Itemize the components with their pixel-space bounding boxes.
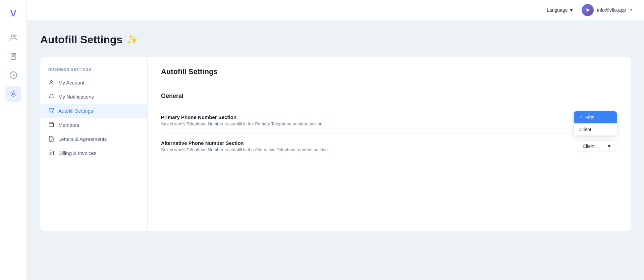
alternative-phone-row: Alternative Phone Number Section Select … [161,133,617,159]
settings-nav-billing[interactable]: Billing & Invoices [40,146,147,160]
settings-nav-my-notifications[interactable]: My Notifications [40,90,147,104]
svg-rect-20 [49,151,54,155]
my-notifications-label: My Notifications [58,94,94,100]
primary-phone-row: Primary Phone Number Section Select who'… [161,108,617,133]
settings-container: BUSINESS SETTINGS My Account My Notif [40,57,631,231]
members-label: Members [58,122,79,128]
alternative-phone-desc: Select who's Telephone Number to autofil… [161,147,328,152]
settings-sidebar: BUSINESS SETTINGS My Account My Notif [40,57,148,231]
billing-label: Billing & Invoices [58,150,96,156]
primary-phone-dropdown-open[interactable]: ✓ Firm Client [574,111,617,136]
settings-nav-members[interactable]: Members [40,118,147,132]
svg-rect-12 [52,108,54,110]
primary-phone-desc: Select who's Telephone Number to autofil… [161,121,322,126]
members-icon [48,122,54,128]
settings-section-label: BUSINESS SETTINGS [40,67,147,71]
dropdown-option-client[interactable]: Client [574,123,617,135]
sidebar-clipboard-btn[interactable] [5,48,21,64]
dropdown-option-firm[interactable]: ✓ Firm [574,111,617,123]
signin-icon [9,71,17,79]
user-email: info@vflo.app [597,7,626,13]
dropdown-firm-label: Firm [585,115,595,120]
play-icon [584,7,591,13]
svg-rect-14 [49,123,54,127]
language-selector[interactable]: Language ▼ [547,7,574,13]
my-account-label: My Account [58,80,85,86]
language-label: Language [547,7,568,13]
main-area: Language ▼ info@vflo.app ▼ Autofill Sett… [27,0,644,280]
alternative-phone-text: Alternative Phone Number Section Select … [161,140,328,152]
left-sidebar: V [0,0,27,280]
my-account-icon [48,79,54,86]
billing-icon [48,150,54,156]
page-content: Autofill Settings ✨ BUSINESS SETTINGS My… [27,20,644,280]
primary-phone-text: Primary Phone Number Section Select who'… [161,114,322,126]
settings-nav-letters[interactable]: Letters & Agreements [40,132,147,146]
clipboard-icon [9,52,17,60]
sidebar-people-btn[interactable] [5,30,21,46]
primary-phone-title: Primary Phone Number Section [161,114,322,120]
sidebar-signin-btn[interactable] [5,67,21,83]
alternative-phone-dropdown[interactable]: Client ▼ [577,141,617,152]
settings-nav-autofill[interactable]: Autofill Settings [40,104,147,118]
autofill-settings-label: Autofill Settings [58,108,93,114]
check-icon: ✓ [579,115,583,120]
people-icon [9,34,17,42]
letters-label: Letters & Agreements [58,136,107,142]
page-title-row: Autofill Settings ✨ [40,34,631,46]
alternative-phone-chevron-icon: ▼ [607,144,611,149]
user-menu[interactable]: info@vflo.app ▼ [582,4,633,16]
sparkle-icon: ✨ [126,34,138,45]
svg-point-1 [14,35,16,37]
svg-point-0 [11,35,13,37]
page-title: Autofill Settings [40,34,122,46]
dropdown-client-label: Client [579,127,591,132]
alternative-phone-title: Alternative Phone Number Section [161,140,328,146]
sidebar-autofill-btn[interactable] [5,86,21,102]
alternative-phone-value: Client [583,144,595,149]
app-logo[interactable]: V [5,5,21,21]
settings-nav-my-account[interactable]: My Account [40,75,147,90]
svg-point-8 [12,93,14,95]
top-header: Language ▼ info@vflo.app ▼ [27,0,644,20]
svg-rect-13 [49,111,51,113]
autofill-icon [9,90,17,98]
autofill-settings-icon [48,108,54,114]
letters-icon [48,136,54,142]
svg-point-10 [50,80,52,82]
user-menu-chevron-icon: ▼ [629,8,633,12]
language-chevron-icon: ▼ [569,7,574,13]
settings-main-title: Autofill Settings [161,67,617,76]
general-section-heading: General [161,93,617,100]
settings-divider [161,83,617,83]
user-avatar [582,4,594,16]
settings-main: Autofill Settings General Primary Phone … [148,57,631,231]
svg-marker-9 [587,8,590,12]
my-notifications-icon [48,94,54,100]
svg-rect-11 [49,108,51,110]
